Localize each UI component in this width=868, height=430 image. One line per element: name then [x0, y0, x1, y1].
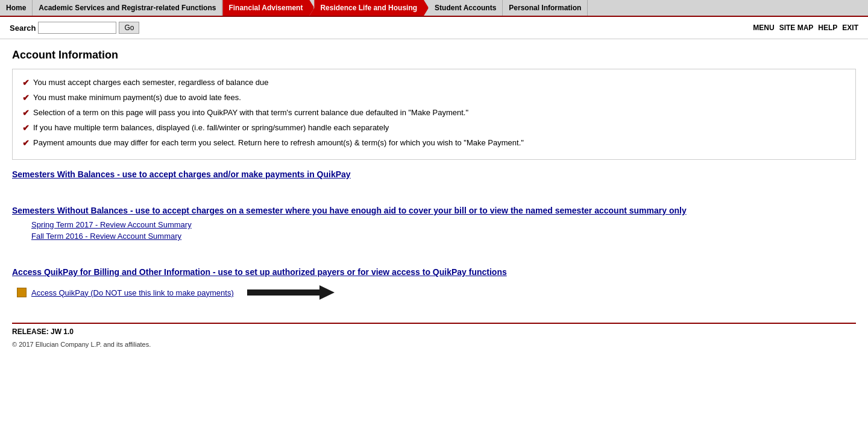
- checkmark-4: ✔: [22, 122, 30, 134]
- info-box: ✔ You must accept charges each semester,…: [12, 69, 856, 160]
- top-bar: Search Go MENU SITE MAP HELP EXIT: [0, 17, 868, 39]
- info-item-2: ✔ You must make minimum payment(s) due t…: [22, 92, 846, 104]
- section-link-without-balances[interactable]: Semesters Without Balances - use to acce…: [12, 206, 856, 215]
- quikpay-row: Access QuikPay (Do NOT use this link to …: [17, 282, 856, 303]
- section-link-quikpay[interactable]: Access QuikPay for Billing and Other Inf…: [12, 267, 856, 277]
- nav-personal-info[interactable]: Personal Information: [503, 0, 588, 16]
- info-text-2: You must make minimum payment(s) due to …: [33, 92, 241, 104]
- menu-link-help[interactable]: HELP: [818, 24, 837, 32]
- navigation-bar: Home Academic Services and Registrar-rel…: [0, 0, 868, 17]
- info-text-3: Selection of a term on this page will pa…: [33, 107, 468, 119]
- footer-release: RELEASE: JW 1.0: [12, 323, 856, 336]
- sub-link-fall-2016[interactable]: Fall Term 2016 - Review Account Summary: [31, 232, 856, 241]
- info-text-1: You must accept charges each semester, r…: [33, 77, 268, 89]
- menu-link-menu[interactable]: MENU: [753, 24, 774, 32]
- page-title: Account Information: [12, 49, 856, 62]
- info-item-5: ✔ Payment amounts due may differ for eac…: [22, 137, 846, 150]
- nav-financial[interactable]: Financial Advisement: [222, 0, 314, 16]
- main-content: Account Information ✔ You must accept ch…: [0, 39, 868, 358]
- info-text-4: If you have multiple term balances, disp…: [33, 122, 389, 134]
- arrow-icon: [241, 282, 338, 303]
- info-item-3: ✔ Selection of a term on this page will …: [22, 107, 846, 119]
- checkmark-2: ✔: [22, 92, 30, 104]
- checkmark-5: ✔: [22, 137, 30, 150]
- info-item-1: ✔ You must accept charges each semester,…: [22, 77, 846, 89]
- search-input[interactable]: [38, 22, 116, 34]
- nav-residence[interactable]: Residence Life and Housing: [309, 0, 429, 16]
- search-label: Search: [10, 24, 36, 33]
- checkmark-3: ✔: [22, 107, 30, 119]
- menu-links: MENU SITE MAP HELP EXIT: [753, 24, 858, 32]
- sub-items-without-balances: Spring Term 2017 - Review Account Summar…: [31, 220, 856, 241]
- checkmark-1: ✔: [22, 77, 30, 89]
- menu-link-exit[interactable]: EXIT: [842, 24, 858, 32]
- go-button[interactable]: Go: [119, 22, 139, 34]
- quikpay-icon: [17, 288, 27, 297]
- svg-marker-1: [319, 285, 335, 300]
- info-item-4: ✔ If you have multiple term balances, di…: [22, 122, 846, 134]
- nav-home[interactable]: Home: [0, 0, 33, 16]
- menu-link-sitemap[interactable]: SITE MAP: [779, 24, 814, 32]
- info-text-5: Payment amounts due may differ for each …: [33, 137, 524, 149]
- footer-copyright: © 2017 Ellucian Company L.P. and its aff…: [12, 341, 856, 348]
- nav-student-accounts[interactable]: Student Accounts: [429, 0, 503, 16]
- section-link-with-balances[interactable]: Semesters With Balances - use to accept …: [12, 169, 856, 179]
- sub-link-spring-2017[interactable]: Spring Term 2017 - Review Account Summar…: [31, 220, 856, 229]
- nav-academic[interactable]: Academic Services and Registrar-related …: [33, 0, 222, 16]
- search-area: Search Go: [10, 22, 139, 34]
- quikpay-link[interactable]: Access QuikPay (Do NOT use this link to …: [31, 288, 234, 297]
